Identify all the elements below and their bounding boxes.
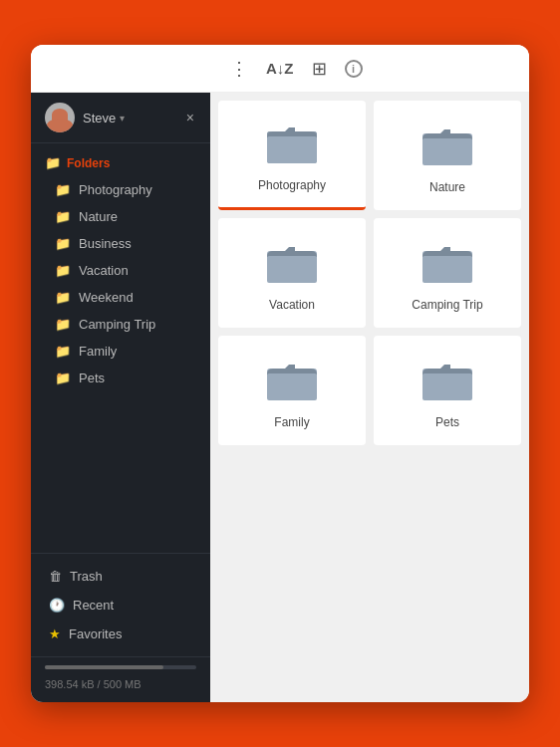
folder-big-icon [267,361,317,407]
svg-rect-8 [422,256,472,283]
folder-card-photography[interactable]: Photography [218,101,366,210]
sidebar: Steve × 📁 Folders 📁 Photography 📁 Nature [31,93,210,702]
folders-icon: 📁 [45,155,61,170]
svg-rect-12 [422,374,472,400]
clock-icon: 🕐 [49,598,65,613]
folder-card-pets[interactable]: Pets [374,336,521,445]
grid-view-icon[interactable]: ⊞ [312,58,327,80]
folder-name-family: Family [274,415,309,429]
sidebar-item-business[interactable]: 📁 Business [31,230,210,257]
folder-card-nature[interactable]: Nature [374,101,521,210]
folder-big-icon [422,243,472,290]
storage-progress-fill [45,665,163,669]
storage-label: 398.54 kB / 500 MB [45,678,141,690]
folder-icon: 📁 [55,209,71,224]
favorites-item[interactable]: ★ Favorites [31,620,210,648]
folder-icon: 📁 [55,290,71,305]
folder-icon: 📁 [55,371,71,385]
folder-name-nature: Nature [429,180,465,194]
folder-card-camping-trip[interactable]: Camping Trip [374,218,521,328]
trash-icon: 🗑 [49,569,62,584]
folder-name-pets: Pets [435,415,459,429]
user-info[interactable]: Steve [45,103,125,132]
more-vert-icon[interactable]: ⋮ [230,58,248,80]
svg-rect-6 [267,256,317,283]
avatar [45,103,75,132]
folder-big-icon [267,124,317,170]
sidebar-nav: 📁 Folders 📁 Photography 📁 Nature 📁 Busin… [31,143,210,553]
folder-name-vacation: Vacation [269,298,315,312]
username: Steve [83,111,125,125]
folder-icon: 📁 [55,344,71,359]
sidebar-footer: 398.54 kB / 500 MB [31,656,210,702]
sidebar-item-vacation[interactable]: 📁 Vacation [31,257,210,284]
svg-rect-2 [267,136,317,163]
star-icon: ★ [49,626,61,641]
folder-name-camping-trip: Camping Trip [412,298,482,312]
folder-grid: Photography Nature [218,101,521,445]
sidebar-header: Steve × [31,93,210,143]
folders-section-label: 📁 Folders [31,143,210,176]
app-window: ⋮ A↓Z ⊞ i Steve × 📁 Folders 📁 Ph [31,45,529,702]
folder-big-icon [422,361,472,407]
recent-item[interactable]: 🕐 Recent [31,591,210,620]
folder-name-photography: Photography [258,178,326,192]
sidebar-item-photography[interactable]: 📁 Photography [31,176,210,203]
content-area: Steve × 📁 Folders 📁 Photography 📁 Nature [31,93,529,702]
folder-icon: 📁 [55,263,71,278]
trash-item[interactable]: 🗑 Trash [31,562,210,591]
sort-az-icon[interactable]: A↓Z [266,60,294,77]
svg-rect-10 [267,374,317,400]
folder-icon: 📁 [55,182,71,197]
main-content: Photography Nature [210,93,529,702]
top-bar: ⋮ A↓Z ⊞ i [31,45,529,93]
storage-progress-bg [45,665,196,669]
folder-big-icon [422,125,472,172]
svg-rect-4 [422,138,472,165]
sidebar-bottom: 🗑 Trash 🕐 Recent ★ Favorites [31,553,210,656]
folder-icon: 📁 [55,317,71,332]
folder-card-vacation[interactable]: Vacation [218,218,366,328]
folder-card-family[interactable]: Family [218,336,366,445]
info-icon[interactable]: i [345,60,363,78]
close-button[interactable]: × [180,108,200,127]
sidebar-item-pets[interactable]: 📁 Pets [31,365,210,391]
sidebar-item-family[interactable]: 📁 Family [31,338,210,365]
folder-big-icon [267,243,317,290]
sidebar-item-camping-trip[interactable]: 📁 Camping Trip [31,311,210,338]
sidebar-item-weekend[interactable]: 📁 Weekend [31,284,210,311]
folder-icon: 📁 [55,236,71,251]
sidebar-item-nature[interactable]: 📁 Nature [31,203,210,230]
